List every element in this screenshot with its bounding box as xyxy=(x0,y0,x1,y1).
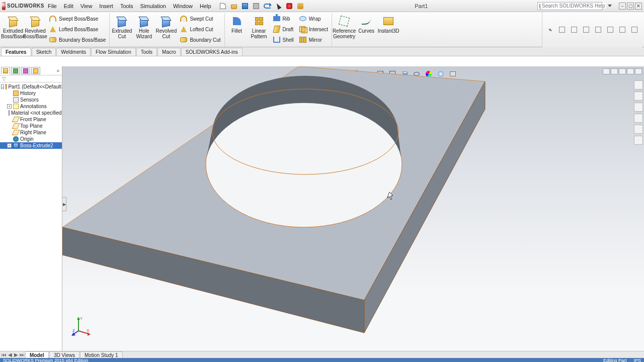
ribbon-group-boss: Extruded Boss/Base Revolved Boss/Base Sw… xyxy=(1,13,110,47)
fm-tab-tree[interactable] xyxy=(1,67,10,74)
intersect-button[interactable]: Intersect xyxy=(297,24,330,34)
hole-wizard-button[interactable]: Hole Wizard xyxy=(133,13,155,47)
tree-sensors[interactable]: Sensors xyxy=(0,97,62,103)
reference-geometry-button[interactable]: Reference Geometry xyxy=(333,13,355,47)
revolved-cut-button[interactable]: Revolved Cut xyxy=(155,13,177,47)
orientation-triad[interactable]: Y X Z xyxy=(71,316,92,336)
minimize-button[interactable]: – xyxy=(619,3,626,10)
taskpane-view-palette[interactable] xyxy=(634,114,643,123)
tab-features[interactable]: Features xyxy=(1,48,31,56)
menu-window[interactable]: Window xyxy=(170,1,196,11)
taskpane-design-library[interactable] xyxy=(634,92,643,101)
property-icon xyxy=(13,68,18,73)
tree-material[interactable]: Material <not specified> xyxy=(0,110,62,116)
tab-tools[interactable]: Tools xyxy=(136,48,157,56)
taskpane-appearances[interactable] xyxy=(634,125,643,134)
menu-tools[interactable]: Tools xyxy=(117,1,137,11)
menu-help[interactable]: Help xyxy=(196,1,215,11)
menu-edit[interactable]: Edit xyxy=(60,1,77,11)
menu-simulation[interactable]: Simulation xyxy=(137,1,170,11)
tree-history[interactable]: History xyxy=(0,90,62,97)
extruded-cut-button[interactable]: Extruded Cut xyxy=(111,13,133,47)
new-doc-button[interactable] xyxy=(218,2,228,10)
fm-filter-row[interactable]: ▽ xyxy=(0,75,62,82)
fm-tab-display[interactable] xyxy=(31,67,40,74)
bottom-tab-motion1[interactable]: Motion Study 1 xyxy=(80,351,123,358)
curves-button[interactable]: Curves xyxy=(355,13,377,47)
swept-boss-button[interactable]: Swept Boss/Base xyxy=(47,14,107,24)
logo-mark-icon xyxy=(2,2,6,10)
extruded-boss-button[interactable]: Extruded Boss/Base xyxy=(2,13,24,47)
model-graphics xyxy=(62,66,644,351)
feature-icon xyxy=(13,143,19,148)
tab-addins[interactable]: SOLIDWORKS Add-ins xyxy=(181,48,243,56)
open-button[interactable] xyxy=(229,2,239,10)
tab-weldments[interactable]: Weldments xyxy=(56,48,91,56)
rib-button[interactable]: Rib xyxy=(271,14,295,24)
tree-right-plane[interactable]: Right Plane xyxy=(0,129,62,136)
revolved-boss-button[interactable]: Revolved Boss/Base xyxy=(24,13,46,47)
lofted-boss-button[interactable]: Lofted Boss/Base xyxy=(47,24,107,34)
taskpane-file-explorer[interactable] xyxy=(634,103,643,112)
save-button[interactable] xyxy=(240,2,250,10)
swept-cut-icon xyxy=(180,16,187,22)
tree-annotations[interactable]: +Annotations xyxy=(0,103,62,110)
ribbon-group-cut: Extruded Cut Hole Wizard Revolved Cut Sw… xyxy=(110,13,224,47)
options-button[interactable] xyxy=(295,2,305,10)
tab-nav-next[interactable]: ▶ xyxy=(13,352,19,357)
tree-top-plane[interactable]: Top Plane xyxy=(0,123,62,129)
fm-expand[interactable]: » xyxy=(55,68,61,73)
tree-root[interactable]: –Part1 (Default<<Default>_Disp xyxy=(0,83,62,90)
taskpane-resources[interactable] xyxy=(634,80,643,89)
mirror-button[interactable]: Mirror xyxy=(297,35,330,45)
menu-view[interactable]: View xyxy=(77,1,96,11)
print-button[interactable] xyxy=(251,2,261,10)
search-dropdown[interactable] xyxy=(605,2,615,10)
svg-text:X: X xyxy=(87,328,90,333)
toolbar-btn-5[interactable] xyxy=(594,25,603,34)
toolbar-btn-3[interactable] xyxy=(570,25,579,34)
toolbar-btn-6[interactable] xyxy=(606,25,615,34)
zoom-fit-button[interactable] xyxy=(545,25,554,34)
close-button[interactable]: ✕ xyxy=(635,3,642,10)
toolbar-btn-4[interactable] xyxy=(582,25,591,34)
tree-boss-extrude[interactable]: +Boss-Extrude2 xyxy=(0,142,62,149)
fillet-button[interactable]: Fillet xyxy=(226,13,248,47)
tree-front-plane[interactable]: Front Plane xyxy=(0,116,62,123)
instant3d-button[interactable]: Instant3D xyxy=(377,13,399,47)
tab-flow-simulation[interactable]: Flow Simulation xyxy=(91,48,136,56)
lofted-cut-button[interactable]: Lofted Cut xyxy=(178,24,222,34)
toolbar-btn-8[interactable] xyxy=(630,25,639,34)
tree-origin[interactable]: Origin xyxy=(0,136,62,142)
status-units[interactable]: IPS xyxy=(633,358,641,362)
rebuild-button[interactable] xyxy=(284,2,294,10)
help-search[interactable] xyxy=(537,2,603,10)
tab-nav-last[interactable]: ⏭ xyxy=(19,352,25,357)
tab-nav-first[interactable]: ⏮ xyxy=(1,352,7,357)
tab-sketch[interactable]: Sketch xyxy=(32,48,56,56)
taskpane-custom-props[interactable] xyxy=(634,136,643,145)
select-button[interactable] xyxy=(273,2,283,10)
shell-button[interactable]: Shell xyxy=(271,35,295,45)
undo-button[interactable] xyxy=(262,2,272,10)
toolbar-btn-2[interactable] xyxy=(557,25,567,34)
bottom-tab-3dviews[interactable]: 3D Views xyxy=(49,351,79,358)
menu-file[interactable]: File xyxy=(44,1,60,11)
fm-tab-property[interactable] xyxy=(11,67,20,74)
linear-pattern-button[interactable]: Linear Pattern xyxy=(248,13,270,47)
tab-nav-prev[interactable]: ◀ xyxy=(7,352,13,357)
revolve-icon xyxy=(30,16,41,27)
swept-cut-button[interactable]: Swept Cut xyxy=(178,14,222,24)
boundary-cut-button[interactable]: Boundary Cut xyxy=(178,35,222,45)
toolbar-btn-7[interactable] xyxy=(618,25,627,34)
boundary-boss-button[interactable]: Boundary Boss/Base xyxy=(47,35,107,45)
help-search-input[interactable] xyxy=(542,3,606,9)
tab-macro[interactable]: Macro xyxy=(157,48,181,56)
graphics-viewport[interactable]: ⟲ ▶ xyxy=(62,66,644,351)
bottom-tab-model[interactable]: Model xyxy=(25,351,49,358)
menu-insert[interactable]: Insert xyxy=(96,1,117,11)
draft-button[interactable]: Draft xyxy=(271,24,295,34)
fm-tab-config[interactable] xyxy=(21,67,30,74)
maximize-button[interactable]: ▢ xyxy=(627,3,634,10)
wrap-button[interactable]: Wrap xyxy=(297,14,330,24)
